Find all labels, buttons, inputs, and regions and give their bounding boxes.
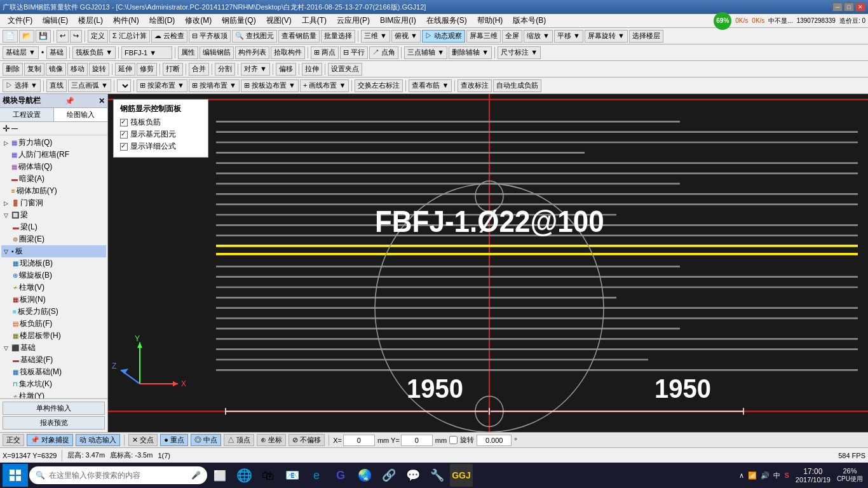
- btn-report-preview[interactable]: 报表预览: [3, 416, 105, 430]
- taskbar-app-chat[interactable]: 💬: [402, 464, 424, 487]
- btn-select[interactable]: ▷ 选择 ▼: [3, 79, 41, 92]
- taskbar-app-link[interactable]: 🔗: [377, 464, 400, 487]
- tray-sogou-icon[interactable]: S: [784, 471, 789, 479]
- btn-3d[interactable]: 三维 ▼: [361, 30, 390, 43]
- tray-volume-icon[interactable]: 🔊: [761, 471, 770, 480]
- menu-help[interactable]: 帮助(H): [472, 14, 508, 27]
- btn-pullstretch[interactable]: 拉伸: [302, 63, 322, 76]
- btn-merge[interactable]: 合并: [189, 63, 209, 76]
- btn-pick[interactable]: 拾取构件: [271, 46, 305, 59]
- snap-intersection[interactable]: ✕ 交点: [128, 434, 158, 446]
- taskbar-app-taskview[interactable]: ⬜: [208, 464, 231, 487]
- btn-offset[interactable]: 偏移: [276, 63, 296, 76]
- btn-component-list[interactable]: 构件列表: [235, 46, 269, 59]
- btn-move[interactable]: 移动: [67, 63, 88, 76]
- option-raft-neg-rebar[interactable]: 筏板负筋: [120, 117, 201, 128]
- nav-draw-input[interactable]: 绘图输入: [54, 108, 107, 121]
- tree-item-sump[interactable]: ⊓ 集水坑(K): [1, 378, 106, 390]
- btn-summary[interactable]: Σ 汇总计算: [109, 30, 150, 43]
- tray-input-method[interactable]: 中: [773, 471, 780, 480]
- btn-by-beam[interactable]: ⊞ 按梁布置 ▼: [137, 79, 187, 92]
- rotate-field[interactable]: [477, 435, 512, 446]
- rotate-checkbox[interactable]: [449, 436, 458, 444]
- taskbar-app-mail[interactable]: 📧: [281, 464, 304, 487]
- btn-parallel[interactable]: ⊟ 平行: [340, 46, 368, 59]
- btn-batch-select[interactable]: 批量选择: [321, 30, 355, 43]
- menu-component[interactable]: 构件(N): [108, 14, 144, 27]
- tree-item-ring-beam[interactable]: ⊚ 圈梁(E): [1, 233, 106, 245]
- btn-del-aux[interactable]: 删除辅轴 ▼: [449, 46, 492, 59]
- tree-item-slab-hole[interactable]: ▦ 板洞(N): [1, 294, 106, 306]
- btn-auto-neg-rebar[interactable]: 自动生成负筋: [493, 79, 541, 92]
- btn-redo[interactable]: ↪: [70, 30, 82, 43]
- btn-line[interactable]: 直线: [46, 79, 67, 92]
- taskbar-app-store[interactable]: 🛍: [257, 464, 280, 487]
- tree-section-foundation[interactable]: ▽ ⬛ 基础: [1, 342, 106, 354]
- snap-dynamic[interactable]: 动 动态输入: [76, 434, 120, 446]
- tree-item-masonry-rebar[interactable]: ≡ 砌体加筋(Y): [1, 185, 106, 197]
- btn-dim[interactable]: 尺寸标注 ▼: [498, 46, 541, 59]
- btn-zoom[interactable]: 缩放 ▼: [524, 30, 553, 43]
- tree-item-door-window[interactable]: ▷ 🚪 门窗洞: [1, 197, 106, 209]
- checkbox-raft-neg[interactable]: [120, 119, 128, 126]
- taskbar-app-ie[interactable]: e: [305, 464, 328, 487]
- btn-align[interactable]: 对齐 ▼: [241, 63, 270, 76]
- y-value-field[interactable]: [401, 435, 433, 446]
- btn-pan[interactable]: 平移 ▼: [554, 30, 583, 43]
- taskbar-app-globe2[interactable]: 🌏: [353, 464, 376, 487]
- menu-rebar-qty[interactable]: 钢筋量(Q): [217, 14, 261, 27]
- btn-select-floor[interactable]: 选择楼层: [629, 30, 663, 43]
- tree-item-shear-wall[interactable]: ▷ ▦ 剪力墙(Q): [1, 137, 106, 149]
- btn-del[interactable]: 删除: [3, 63, 23, 76]
- btn-single-component[interactable]: 单构件输入: [3, 402, 105, 415]
- btn-define[interactable]: 定义: [88, 30, 108, 43]
- btn-view-rebar2[interactable]: 查看布筋 ▼: [409, 79, 452, 92]
- tree-section-slab[interactable]: ▽ ▪ 板: [1, 245, 106, 257]
- btn-dynamic-view[interactable]: ▷ 动态观察: [422, 30, 465, 43]
- tree-item-civil-defense-wall[interactable]: ▦ 人防门框墙(RF: [1, 149, 106, 161]
- sidebar-close-icon[interactable]: ✕: [98, 97, 105, 105]
- taskbar-app-calc[interactable]: 🔧: [426, 464, 449, 487]
- btn-set-clamp[interactable]: 设置夹点: [328, 63, 362, 76]
- component-select[interactable]: FBFJ-1 ▼: [121, 46, 172, 59]
- sidebar-pin-icon[interactable]: 📌: [65, 97, 74, 105]
- tray-up-icon[interactable]: ∧: [739, 471, 744, 480]
- nav-project-settings[interactable]: 工程设置: [0, 108, 54, 121]
- option-show-base-elem[interactable]: 显示基元图元: [120, 129, 201, 140]
- close-button[interactable]: ✕: [855, 3, 865, 11]
- checkbox-show-formula[interactable]: [120, 143, 128, 151]
- menu-draw[interactable]: 绘图(D): [144, 14, 180, 27]
- tree-item-masonry-wall[interactable]: ▦ 砌体墙(Q): [1, 161, 106, 173]
- btn-cut[interactable]: 打断: [163, 63, 183, 76]
- btn-draw-line-place[interactable]: + 画线布置 ▼: [300, 79, 349, 92]
- menu-floor[interactable]: 楼层(L): [73, 14, 108, 27]
- btn-extend[interactable]: 延伸: [115, 63, 135, 76]
- btn-cloud-check[interactable]: ☁ 云检查: [151, 30, 187, 43]
- menu-online[interactable]: 在线服务(S): [421, 14, 472, 27]
- tree-item-raft-foundation[interactable]: ▦ 筏板基础(M): [1, 366, 106, 378]
- btn-top-view[interactable]: 俯视 ▼: [391, 30, 421, 43]
- taskbar-time[interactable]: 17:00: [803, 467, 822, 476]
- menu-view[interactable]: 视图(V): [261, 14, 297, 27]
- tree-item-slab-force-rebar[interactable]: ≡ 板受力筋(S): [1, 306, 106, 318]
- breadcrumb-type[interactable]: 基础: [46, 46, 67, 59]
- tree-item-hidden-beam[interactable]: ▬ 暗梁(A): [1, 173, 106, 185]
- btn-undo[interactable]: ↩: [57, 30, 69, 43]
- btn-screen-rotate[interactable]: 屏幕旋转 ▼: [585, 30, 628, 43]
- tree-item-slab-neg-rebar[interactable]: ▤ 板负筋(F): [1, 318, 106, 330]
- btn-screen3d[interactable]: 屏幕三维: [466, 30, 501, 43]
- btn-trim[interactable]: 修剪: [137, 63, 157, 76]
- btn-by-wall[interactable]: ⊞ 按墙布置 ▼: [189, 79, 240, 92]
- taskbar-search[interactable]: 🔍 在这里输入你要搜索的内容 🎤: [29, 466, 207, 484]
- tree-item-pile-cap-col[interactable]: ≁ 柱墩(Y): [1, 390, 106, 398]
- snap-midpoint[interactable]: ◎ 中点: [191, 434, 221, 446]
- btn-arc[interactable]: 三点画弧 ▼: [68, 79, 111, 92]
- canvas-area[interactable]: 钢筋显示控制面板 筏板负筋 显示基元图元 显示详细公式: [108, 94, 868, 432]
- menu-file[interactable]: 文件(F): [3, 14, 37, 27]
- menu-tools[interactable]: 工具(T): [297, 14, 332, 27]
- snap-orthogonal[interactable]: 正交: [3, 434, 24, 446]
- snap-vertex[interactable]: △ 顶点: [224, 434, 254, 446]
- menu-edit[interactable]: 编辑(E): [37, 14, 73, 27]
- taskbar-app-ggj[interactable]: GGJ: [450, 464, 473, 487]
- btn-mirror[interactable]: 镜像: [46, 63, 66, 76]
